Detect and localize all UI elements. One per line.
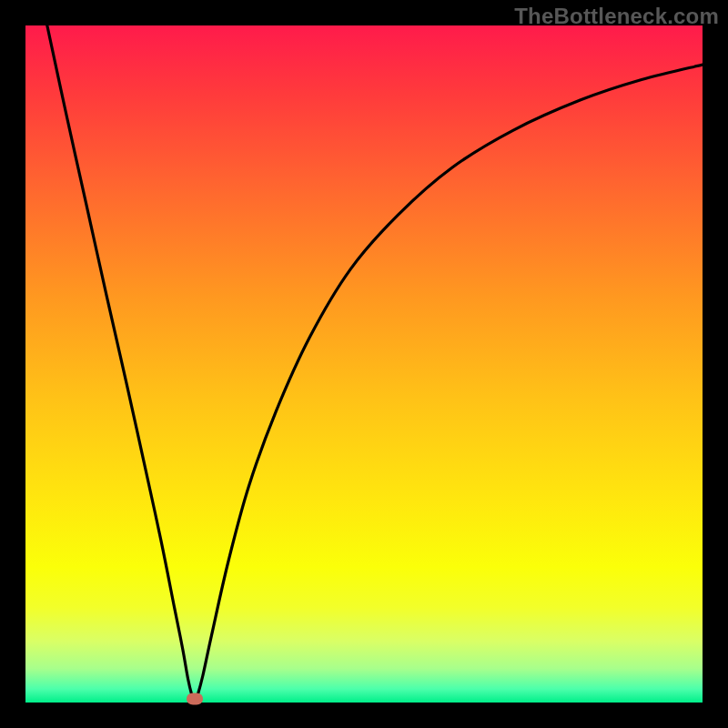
curve-path	[47, 25, 703, 703]
chart-frame: TheBottleneck.com	[0, 0, 728, 728]
plot-area	[25, 25, 703, 703]
minimum-marker	[187, 693, 203, 704]
watermark-text: TheBottleneck.com	[514, 4, 719, 29]
curve-svg	[25, 25, 703, 703]
